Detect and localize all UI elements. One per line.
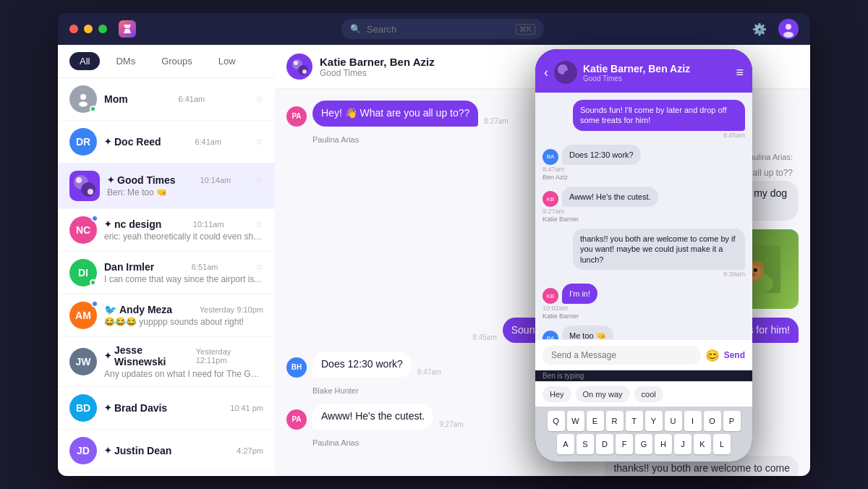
settings-icon[interactable]: ⚙️ — [749, 19, 770, 39]
conv-name: ✦ Good Times — [107, 174, 176, 186]
conv-preview: Ben: Me too 🤜 — [107, 187, 263, 197]
table-row: KB Awww! He's the cutest. 9:27am Katie B… — [542, 187, 745, 223]
list-item[interactable]: DI Dan Irmler 6:51am ☆ I can come that w… — [58, 252, 275, 294]
title-bar-right: ⚙️ — [749, 19, 799, 39]
message-bubble: Awww! He's the cutest. — [562, 187, 658, 207]
avatar: BA — [542, 331, 558, 339]
message-bubble: Hey! 👋 What are you all up to?? — [312, 101, 478, 127]
message-bubble: Awww! He's the cutest. — [312, 404, 433, 430]
sidebar: All DMs Groups Low Mom — [58, 45, 275, 476]
app-logo — [119, 20, 136, 38]
key-a[interactable]: A — [557, 434, 574, 454]
key-w[interactable]: W — [567, 411, 584, 431]
table-row: BA Does 12:30 work? 8:47am Ben Aziz — [542, 145, 745, 181]
key-j[interactable]: J — [674, 434, 692, 454]
typing-indicator: Ben is typing — [535, 370, 752, 381]
search-icon: 🔍 — [350, 24, 361, 34]
table-row: thanks!! you both are welcome to come by… — [542, 229, 745, 278]
table-row: BA Me too 🤜 👍 ❤️ 10:14am Ben Aziz — [542, 326, 745, 339]
key-i[interactable]: I — [684, 411, 702, 431]
list-item[interactable]: Mom 6:41am ☆ — [58, 78, 275, 121]
list-item[interactable]: JD ✦ Justin Dean 4:27pm — [58, 430, 275, 472]
star-icon[interactable]: ☆ — [255, 219, 263, 229]
star-icon[interactable]: ☆ — [255, 94, 263, 104]
quick-reply-hey[interactable]: Hey — [542, 386, 571, 402]
key-d[interactable]: D — [596, 434, 613, 454]
tab-low[interactable]: Low — [208, 52, 246, 70]
svg-point-5 — [81, 182, 95, 197]
user-avatar[interactable] — [778, 19, 799, 39]
svg-point-0 — [786, 24, 791, 30]
list-item[interactable]: AM 🐦 Andy Meza Yesterday 9:10pm 😂😂😂 yupp… — [58, 294, 275, 337]
minimize-button[interactable] — [84, 25, 93, 33]
conv-name: Dan Irmler — [104, 261, 154, 273]
star-icon[interactable]: ☆ — [255, 262, 263, 272]
key-k[interactable]: K — [694, 434, 711, 454]
conv-time: 4:27pm — [237, 446, 263, 455]
emoji-icon[interactable]: 😊 — [705, 349, 720, 362]
quick-replies: Hey On my way cool — [535, 381, 752, 407]
key-o[interactable]: O — [704, 411, 721, 431]
avatar: NC — [69, 216, 97, 244]
conv-name: ✦ Justin Dean — [104, 445, 171, 456]
chat-title: Katie Barner, Ben Aziz — [320, 56, 435, 68]
search-bar[interactable]: 🔍 ⌘K — [341, 19, 544, 39]
mobile-header: ‹ Katie Barner, Ben Aziz Good Times ≡ — [535, 49, 752, 93]
close-button[interactable] — [69, 25, 78, 33]
mobile-chat-subtitle: Good Times — [583, 75, 730, 82]
svg-point-7 — [88, 189, 93, 195]
list-item[interactable]: BD ✦ Brad Davis 10:41 pm — [58, 387, 275, 430]
conv-name: Mom — [104, 93, 128, 105]
avatar: AM — [69, 302, 97, 329]
key-l[interactable]: L — [713, 434, 731, 454]
conv-time: 6:41am — [178, 95, 205, 103]
list-item[interactable]: NC ✦ nc design 10:11am ☆ eric: yeah theo… — [58, 209, 275, 252]
conv-time: 6:41am — [195, 137, 221, 146]
svg-point-11 — [302, 69, 307, 74]
message-time: 10:02am — [542, 305, 568, 312]
key-p[interactable]: P — [723, 411, 741, 431]
conv-name: 🐦 Andy Meza — [104, 304, 172, 315]
svg-point-23 — [563, 70, 574, 80]
table-row: KB I'm in! 10:02am Katie Barner — [542, 284, 745, 320]
list-item[interactable]: JW ✦ Jesse Wisnewski Yesterday 12:11pm A… — [58, 337, 275, 387]
avatar: BH — [286, 357, 307, 378]
conv-time: 10:41 pm — [230, 404, 263, 412]
search-input[interactable] — [367, 24, 510, 35]
mobile-message-input[interactable] — [542, 346, 701, 365]
tab-all[interactable]: All — [69, 52, 100, 70]
back-icon[interactable]: ‹ — [544, 65, 548, 80]
message-time: 8:27am — [484, 117, 508, 125]
key-t[interactable]: T — [626, 411, 643, 431]
conv-time: 6:51am — [192, 263, 218, 271]
key-s[interactable]: S — [576, 434, 594, 454]
key-q[interactable]: Q — [548, 411, 565, 431]
list-item[interactable]: ✦ Good Times 10:14am ☆ Ben: Me too 🤜 — [58, 163, 275, 209]
send-button[interactable]: Send — [724, 350, 745, 360]
star-icon[interactable]: ☆ — [255, 137, 263, 147]
quick-reply-cool[interactable]: cool — [634, 386, 663, 402]
conv-time: 10:11am — [193, 220, 224, 229]
key-e[interactable]: E — [587, 411, 604, 431]
keyboard-row-1: Q W E R T Y U I O P — [538, 411, 749, 431]
key-g[interactable]: G — [635, 434, 652, 454]
key-f[interactable]: F — [616, 434, 633, 454]
tab-groups[interactable]: Groups — [151, 52, 203, 70]
chat-subtitle: Good Times — [320, 68, 435, 78]
list-item[interactable]: DR ✦ Doc Reed 6:41am ☆ — [58, 121, 275, 163]
svg-point-10 — [294, 61, 298, 65]
quick-reply-onmyway[interactable]: On my way — [576, 386, 630, 402]
message-sender: Ben Aziz — [542, 174, 568, 181]
key-y[interactable]: Y — [645, 411, 663, 431]
conv-preview: Any updates on what I need for The Gen..… — [104, 369, 263, 379]
avatar: DR — [69, 128, 97, 156]
maximize-button[interactable] — [98, 25, 107, 33]
message-bubble: Does 12:30 work? — [312, 352, 412, 378]
star-icon[interactable]: ☆ — [255, 175, 263, 185]
tab-dms[interactable]: DMs — [106, 52, 145, 70]
key-r[interactable]: R — [606, 411, 624, 431]
key-h[interactable]: H — [655, 434, 672, 454]
menu-icon[interactable]: ≡ — [736, 65, 744, 80]
key-u[interactable]: U — [665, 411, 682, 431]
avatar: KB — [542, 191, 558, 207]
